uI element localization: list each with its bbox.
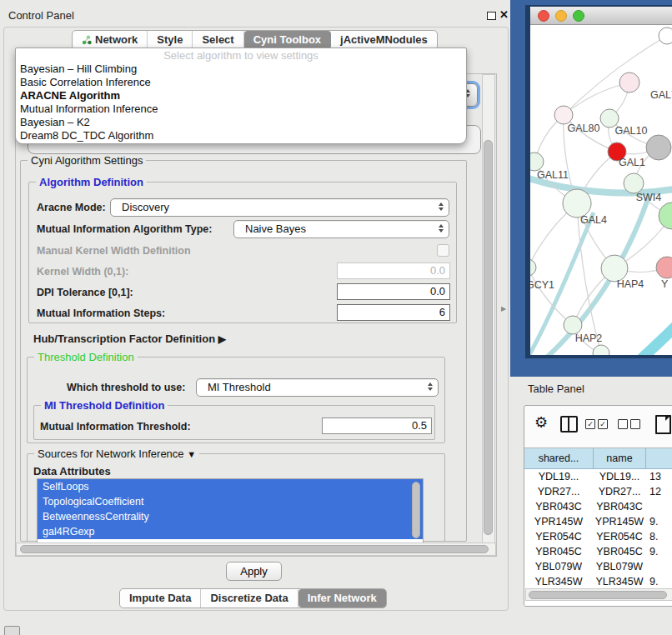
network-node[interactable] — [646, 135, 671, 160]
table-cell[interactable]: YBR045C — [524, 544, 593, 559]
mi-algorithm-type-combo[interactable]: Naive Bayes — [233, 220, 449, 238]
collapse-down-icon[interactable]: ▼ — [187, 449, 196, 459]
tab-cyni-toolbox[interactable]: Cyni Toolbox — [244, 31, 331, 49]
network-canvas[interactable]: GAL7GAL80GAL10GAL1GAL11SWI4GAL4GCY1HAP4Y… — [530, 25, 672, 355]
table-header-cell[interactable]: shared... — [524, 448, 594, 469]
data-attribute-item[interactable]: gal4RGexp — [38, 524, 423, 539]
network-node-gal11[interactable] — [530, 152, 544, 171]
settings-vscrollbar-thumb[interactable] — [484, 140, 493, 535]
table-cell[interactable]: 12 — [646, 484, 672, 499]
unchecked-box-icon-2[interactable] — [630, 419, 640, 429]
table-cell[interactable] — [646, 499, 672, 514]
close-panel-icon[interactable]: ✕ — [499, 8, 509, 21]
table-cell[interactable]: YBL079W — [594, 559, 645, 574]
network-node[interactable] — [593, 345, 609, 355]
aracne-mode-value: Discovery — [122, 201, 169, 213]
table-cell[interactable]: 9. — [646, 514, 672, 529]
tab-discretize-data[interactable]: Discretize Data — [201, 589, 298, 608]
table-cell[interactable]: YPR145W — [594, 514, 645, 529]
table-cell[interactable]: YBR043C — [524, 499, 593, 514]
data-attribute-item[interactable]: BetweennessCentrality — [38, 509, 423, 524]
table-cell[interactable]: YER054C — [594, 529, 645, 544]
kernel-width-field[interactable]: 0.0 — [337, 262, 450, 279]
apply-button[interactable]: Apply — [226, 562, 282, 581]
file-icon[interactable] — [655, 415, 671, 434]
manual-kernel-checkbox[interactable] — [437, 244, 449, 257]
table-cell[interactable] — [646, 559, 672, 574]
hub-definition-toggle[interactable]: Hub/Transcription Factor Definition ▶ — [33, 332, 226, 345]
tab-impute-data[interactable]: Impute Data — [120, 589, 201, 608]
network-node-swi4[interactable] — [624, 173, 644, 193]
table-cell[interactable]: YBR045C — [594, 544, 645, 559]
which-threshold-combo[interactable]: MI Threshold — [196, 378, 439, 397]
table-cell[interactable]: YLR345W — [594, 574, 645, 589]
window-minimize-button[interactable] — [555, 10, 567, 22]
table-cell[interactable]: YDL19... — [594, 469, 645, 484]
network-node-gcy1[interactable] — [530, 259, 536, 276]
data-attribute-item[interactable]: SelfLoops — [38, 479, 423, 494]
aracne-mode-combo[interactable]: Discovery — [110, 198, 449, 217]
network-node-label: GAL80 — [568, 122, 600, 134]
network-node[interactable] — [659, 202, 672, 229]
network-node-gal4[interactable] — [563, 189, 591, 218]
attributes-scrollbar-thumb[interactable] — [412, 482, 420, 538]
columns-icon[interactable] — [560, 416, 578, 432]
tab-infer-network[interactable]: Infer Network — [298, 589, 386, 608]
manual-kernel-label: Manual Kernel Width Definition — [37, 245, 191, 257]
mi-steps-field[interactable]: 6 — [337, 304, 450, 321]
network-node[interactable] — [659, 28, 672, 44]
algorithm-option[interactable]: Basic Correlation Inference — [16, 76, 466, 89]
dpi-tolerance-field[interactable]: 0.0 — [337, 283, 450, 300]
threshold-definition-title: Threshold Definition — [34, 351, 138, 363]
table-cell[interactable]: YBR043C — [594, 499, 645, 514]
network-node-label: GAL11 — [537, 169, 569, 181]
mi-threshold-field[interactable]: 0.5 — [322, 418, 432, 434]
dpi-tolerance-label: DPI Tolerance [0,1]: — [37, 287, 133, 298]
table-cell[interactable]: YDR27... — [594, 484, 645, 499]
tab-select[interactable]: Select — [193, 31, 243, 49]
algorithm-option[interactable]: Bayesian – K2 — [16, 116, 466, 129]
algorithm-option[interactable]: Bayesian – Hill Climbing — [16, 62, 466, 76]
algorithm-dropdown-placeholder: Select algorithm to view settings — [16, 48, 466, 62]
checked-box-icon-2[interactable]: ✓ — [598, 419, 608, 429]
network-edge — [564, 36, 667, 115]
data-attribute-item[interactable]: TopologicalCoefficient — [38, 494, 423, 509]
table-cell[interactable]: 9. — [646, 574, 672, 589]
network-node-gal7[interactable] — [619, 72, 639, 92]
algorithm-option[interactable]: Mutual Information Inference — [16, 102, 466, 116]
table-cell[interactable]: 13 — [646, 469, 672, 484]
algorithm-option[interactable]: Dream8 DC_TDC Algorithm — [16, 129, 466, 142]
network-node-hap2[interactable] — [564, 316, 582, 334]
table-cell[interactable]: YBL079W — [524, 559, 593, 574]
window-zoom-button[interactable] — [573, 10, 584, 22]
tab-network[interactable]: Network — [73, 31, 148, 49]
unchecked-box-icon[interactable] — [618, 419, 628, 429]
algorithm-option[interactable]: ARACNE Algorithm — [16, 89, 466, 102]
table-cell[interactable]: YDR27... — [524, 484, 593, 499]
table-cell[interactable]: 8. — [646, 529, 672, 544]
checked-box-icon[interactable]: ✓ — [585, 419, 595, 429]
table-header-cell[interactable] — [646, 448, 672, 469]
window-close-button[interactable] — [538, 10, 549, 22]
minimized-panel-icon[interactable] — [4, 626, 20, 635]
network-node-gal80[interactable] — [554, 106, 573, 124]
tab-jactivemnodules[interactable]: jActiveMNodules — [331, 31, 437, 49]
table-cell[interactable]: YPR145W — [524, 514, 593, 529]
mi-threshold-label: Mutual Information Threshold: — [40, 421, 191, 432]
table-body: YDL19...YDL19...13YDR27...YDR27...12YBR0… — [524, 469, 672, 607]
table-header-cell[interactable]: name — [594, 448, 646, 469]
network-node-y[interactable] — [656, 257, 672, 278]
table-cell[interactable]: YDL19... — [524, 469, 593, 484]
settings-hscrollbar-thumb[interactable] — [20, 545, 489, 553]
table-cell[interactable]: YER054C — [524, 529, 593, 544]
network-window-titlebar[interactable] — [530, 7, 672, 25]
hub-definition-label: Hub/Transcription Factor Definition — [33, 332, 215, 345]
table-cell[interactable]: 9. — [646, 544, 672, 559]
tab-style[interactable]: Style — [148, 31, 193, 49]
gear-icon[interactable]: ⚙ — [534, 413, 548, 432]
table-cell[interactable]: YLR345W — [524, 574, 593, 589]
screen: Control Panel ✕ Network Style Select Cyn… — [0, 0, 672, 635]
float-window-icon[interactable] — [487, 12, 496, 20]
panel-resize-handle[interactable]: ▶ — [501, 305, 506, 312]
table-hscrollbar-thumb[interactable] — [529, 591, 667, 599]
